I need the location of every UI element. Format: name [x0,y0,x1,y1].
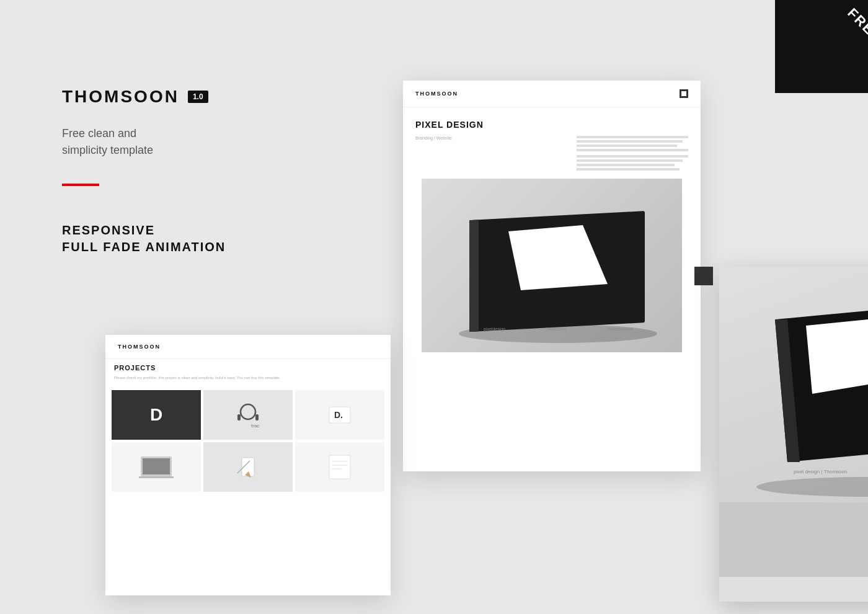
svg-rect-8 [139,476,174,478]
text-line-6 [577,159,683,162]
text-line-8 [577,168,680,171]
text-block-2 [577,155,688,171]
project-thumb-2: trac [203,390,293,440]
mockup1-brand: THOMSOON [415,91,458,97]
tagline: Free clean and simplicity template [62,125,360,159]
text-line-4 [577,149,688,151]
laptop-svg [138,452,175,483]
svg-rect-7 [143,458,170,474]
thumb-icon-1: D [112,390,201,440]
projects-grid: D trac D. [105,384,391,498]
mockup1-image: pixeldesign Thomsoon Thomsoon M [422,179,682,352]
thumb-icon-2: trac [203,390,293,440]
card-svg: D. [324,399,355,430]
feature-responsive: RESPONSIVE [62,223,360,238]
svg-rect-2 [255,414,259,420]
mockup2-content: PROJECTS Please check my portfolio, this… [105,359,391,381]
mockup1-content: PIXEL DESIGN Branding / Website [403,107,701,365]
project-thumb-5 [203,442,293,492]
svg-rect-1 [237,414,241,420]
text-line-1 [577,136,688,138]
thumb-icon-4 [112,442,201,492]
mockup1-menu-icon [680,89,688,98]
svg-text:D.: D. [334,410,343,420]
book2-white-1 [806,319,868,394]
book-label-1: pixeldesign [484,327,505,332]
mockup2-brand: THOMSOON [118,344,161,350]
book-svg-1: pixeldesign Thomsoon Thomsoon M [434,185,670,346]
tagline-line1: Free clean and [62,127,136,140]
book-mockup-visual-1: pixeldesign Thomsoon Thomsoon M [422,179,682,352]
mockup2-header: THOMSOON [105,335,391,359]
brand-name: THOMSOON [62,87,179,107]
book-label-2: Thomsoon [546,327,566,331]
text-line-7 [577,164,675,166]
brand-container: THOMSOON 1.0 [62,87,360,107]
version-badge: 1.0 [188,91,208,103]
p-icon: D [150,405,162,425]
mockup3-bottom-text: ··· [866,537,868,543]
mockup-page-3: pixel design | Thomsoon ··· [719,267,868,602]
text-line-5 [577,155,688,158]
mockup1-header: THOMSOON [403,81,701,107]
tagline-line2: simplicity template [62,144,153,156]
svg-text:trac: trac [251,423,259,429]
feature-animation: FULL FADE ANIMATION [62,240,360,254]
book-large-visual: pixel design | Thomsoon [719,267,868,502]
free-banner-text: FREE [844,5,868,46]
mockup3-bottom: ··· [719,502,868,577]
book2-shadow [756,477,868,497]
mockup-page-1: THOMSOON PIXEL DESIGN Branding / Website [403,81,701,471]
thumb-icon-3: D. [295,390,384,440]
project-thumb-3: D. [295,390,384,440]
text-line-2 [577,140,683,143]
mockup1-title: PIXEL DESIGN [415,120,688,130]
red-divider [62,184,99,186]
project-thumb-6 [295,442,384,492]
book-spine [469,220,479,332]
projects-title: PROJECTS [114,364,382,372]
text-line-3 [577,145,677,147]
svg-rect-12 [329,455,350,479]
mockup1-subtitle: Branding / Website [415,136,490,172]
free-banner: FREE [775,0,868,93]
thumb-icon-6 [295,442,384,492]
project-thumb-4 [112,442,201,492]
menu-square [681,91,686,96]
paper-svg [324,452,355,483]
book2-watermark: pixel design | Thomsoon [794,469,847,474]
project-thumb-1: D [112,390,201,440]
mockup3-small-icon [694,267,713,285]
mockup1-text [577,136,688,172]
book-svg-2: pixel design | Thomsoon [725,270,868,499]
book-label-3: Thomsoon M [608,327,633,331]
headphone-svg: trac [232,399,264,430]
features-list: RESPONSIVE FULL FADE ANIMATION [62,223,360,254]
thumb-icon-5 [203,442,293,492]
projects-desc: Please check my portfolio, this project … [114,375,382,381]
mockup-page-2: THOMSOON PROJECTS Please check my portfo… [105,335,391,595]
stationery-svg [232,452,264,483]
svg-point-0 [241,404,255,419]
